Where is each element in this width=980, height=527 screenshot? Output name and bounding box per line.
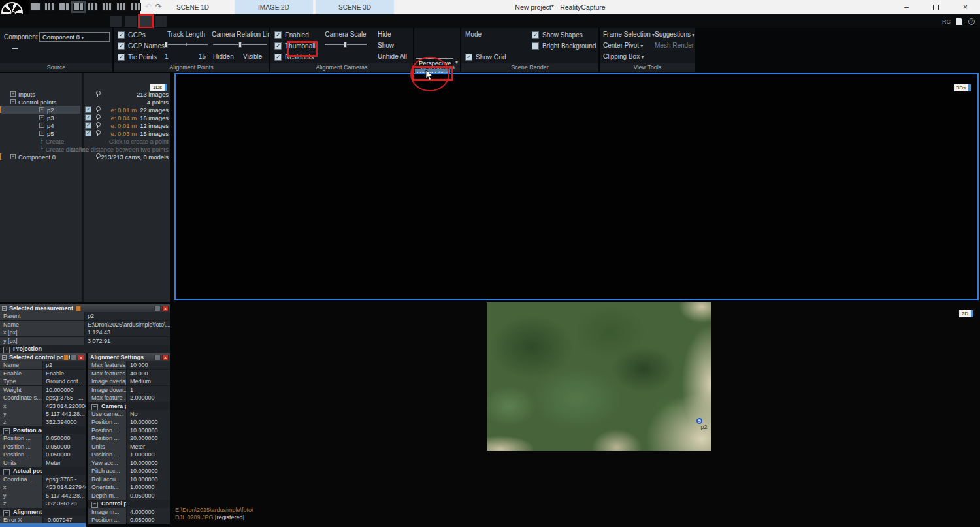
horizontal-scrollbar[interactable] (0, 523, 86, 527)
slider-handle[interactable] (238, 42, 242, 48)
clipping-box-dropdown[interactable]: Clipping Box (603, 53, 644, 60)
tree-row[interactable]: + p4 e: 0.01 m 12 images (0, 121, 170, 129)
ribbon-checkbox-row[interactable]: Tie Points (118, 53, 165, 61)
property-row[interactable]: Coordinate s... epsg:3765 - ... (0, 394, 86, 402)
property-row[interactable]: Roll accu... 10.000000 (88, 475, 170, 483)
property-row[interactable]: x 453 014.220000 (0, 402, 86, 410)
expander-icon[interactable]: + (39, 131, 44, 136)
viewport-3d-badge[interactable]: 3Ds (954, 80, 971, 92)
camera-scale-slider[interactable] (325, 42, 367, 48)
property-row[interactable]: Name E:\Dron\2025\ardusimple\foto\... (0, 321, 170, 328)
expander-icon[interactable]: + (39, 115, 44, 120)
minimize-button[interactable]: – (892, 0, 921, 14)
property-row[interactable]: z 352.396120 (0, 500, 86, 507)
projection-select[interactable]: Perspective (416, 58, 453, 68)
scene-3d-viewport[interactable]: 3Ds (174, 73, 979, 300)
property-row[interactable]: Orientati... 1.000000 (88, 483, 170, 491)
property-row[interactable]: Max feature ... 2.000000 (88, 394, 170, 402)
layout-preset-7-icon[interactable] (116, 3, 127, 11)
expander-icon[interactable]: + (39, 123, 44, 128)
hide-button[interactable]: Hide (378, 31, 391, 38)
property-row[interactable]: Position ... 10.000000 (88, 426, 170, 434)
mesh-render-button[interactable]: Mesh Render (655, 42, 694, 49)
property-row[interactable]: Position ... 0.050000 (0, 434, 86, 442)
property-row[interactable]: x [px] 1 124.43 (0, 328, 170, 336)
close-icon[interactable]: × (162, 355, 169, 360)
tree-row[interactable]: ├ Create Click to create a point (0, 137, 170, 145)
expander-icon[interactable]: ├ (39, 138, 43, 144)
property-row[interactable]: Position ... 0.050000 (88, 516, 170, 524)
drone-photo[interactable]: p2 (487, 302, 711, 451)
ribbon-tab-boxed[interactable] (110, 16, 122, 27)
source-color-button[interactable] (21, 48, 27, 49)
bright-background-checkbox[interactable]: Bright Background (532, 42, 596, 50)
layout-preset-4-icon[interactable] (73, 3, 84, 11)
dock-icon[interactable] (154, 306, 161, 311)
expander-icon[interactable]: + (10, 154, 16, 159)
suggestions-dropdown[interactable]: Suggestions (655, 31, 694, 38)
expander-icon[interactable]: + (10, 91, 16, 97)
ribbon-checkbox-row[interactable]: GCPs (118, 31, 165, 39)
property-row[interactable]: Pitch acc... 10.000000 (88, 467, 170, 475)
property-row[interactable]: y [px] 3 072.91 (0, 337, 170, 345)
property-row[interactable]: Position ... 0.050000 (0, 451, 86, 458)
track-length-slider[interactable] (165, 42, 208, 48)
close-icon[interactable]: × (162, 306, 169, 311)
tree-row[interactable]: + Component 0 213/213 cams, 0 models (0, 153, 170, 161)
show-grid-checkbox[interactable]: Show Grid (465, 53, 506, 61)
ribbon-checkbox-row[interactable]: Thumbnail (274, 42, 316, 50)
projection-section-row[interactable]: Projection (0, 345, 170, 353)
frame-selection-dropdown[interactable]: Frame Selection (603, 31, 655, 38)
property-row[interactable]: Depth m... 0.050000 (88, 492, 170, 500)
ribbon-tab[interactable] (29, 14, 44, 28)
layout-preset-5-icon[interactable] (88, 3, 98, 11)
close-icon[interactable]: × (78, 355, 84, 360)
layout-preset-6-icon[interactable] (102, 3, 112, 11)
center-pivot-dropdown[interactable]: Center Pivot (603, 42, 643, 49)
property-row[interactable]: x 453 014.227946 (0, 483, 86, 491)
property-row[interactable]: Control point prior setti... (88, 500, 170, 507)
property-row[interactable]: Yaw acc... 10.000000 (88, 459, 170, 467)
property-row[interactable]: Enable Enable (0, 370, 86, 377)
property-row[interactable]: y 5 117 442.28... (0, 410, 86, 418)
expander-icon[interactable]: └ (39, 146, 43, 152)
property-row[interactable]: Image down... 1 (88, 386, 170, 394)
property-row[interactable]: Position accuracy (0, 426, 86, 434)
viewport-2d-badge[interactable]: 2D (959, 306, 973, 318)
selected-measurement-header[interactable]: − Selected measurement × (0, 304, 170, 312)
property-row[interactable]: Weight 10.000000 (0, 386, 86, 394)
collapse-icon[interactable]: − (2, 355, 7, 360)
tree-row[interactable]: + p5 e: 0.03 m 15 images (0, 129, 170, 137)
ribbon-tab-boxed[interactable] (155, 16, 167, 27)
tree-row[interactable]: + Inputs 213 images (0, 90, 170, 98)
layout-preset-3-icon[interactable] (59, 3, 69, 11)
undo-icon[interactable]: ↶ (145, 3, 152, 11)
ribbon-tab[interactable] (91, 14, 107, 28)
show-shapes-checkbox[interactable]: Show Shapes (532, 31, 583, 39)
property-row[interactable]: y 5 117 442.28... (0, 492, 86, 500)
property-row[interactable]: Image m... 4.000000 (88, 508, 170, 516)
source-color-button[interactable] (30, 48, 37, 49)
close-button[interactable]: × (951, 0, 980, 14)
source-color-button[interactable] (12, 48, 18, 49)
tree-row[interactable]: └ Create distance Define distance betwee… (0, 145, 170, 153)
component-select[interactable]: Component 0 (39, 32, 110, 42)
source-color-button[interactable] (39, 48, 46, 49)
tree-row[interactable]: − Control points 4 points (0, 98, 170, 106)
dock-icon[interactable] (154, 355, 161, 360)
property-row[interactable]: Camera prior settings (88, 402, 170, 410)
image-2d-viewport[interactable]: 2D p2 E:\Dron\2025\ardusimple\foto\ DJI_… (173, 302, 980, 527)
property-row[interactable]: Coordina... epsg:3765 - ... (0, 475, 86, 483)
camera-relation-lines-slider[interactable] (213, 42, 267, 48)
slider-handle[interactable] (344, 42, 347, 48)
tree-row[interactable]: + p3 e: 0.04 m 16 images (0, 114, 170, 121)
ribbon-checkbox-row[interactable]: Enabled (274, 31, 316, 39)
property-row[interactable]: Actual position (0, 467, 86, 475)
maximize-button[interactable] (921, 0, 951, 14)
control-point-marker[interactable] (696, 418, 702, 424)
document-tab[interactable]: SCENE 1D (154, 0, 232, 14)
show-button[interactable]: Show (378, 42, 394, 49)
document-tab[interactable]: IMAGE 2D (235, 0, 313, 14)
property-row[interactable]: Units Meter (0, 459, 86, 467)
dock-icon[interactable] (70, 355, 76, 360)
